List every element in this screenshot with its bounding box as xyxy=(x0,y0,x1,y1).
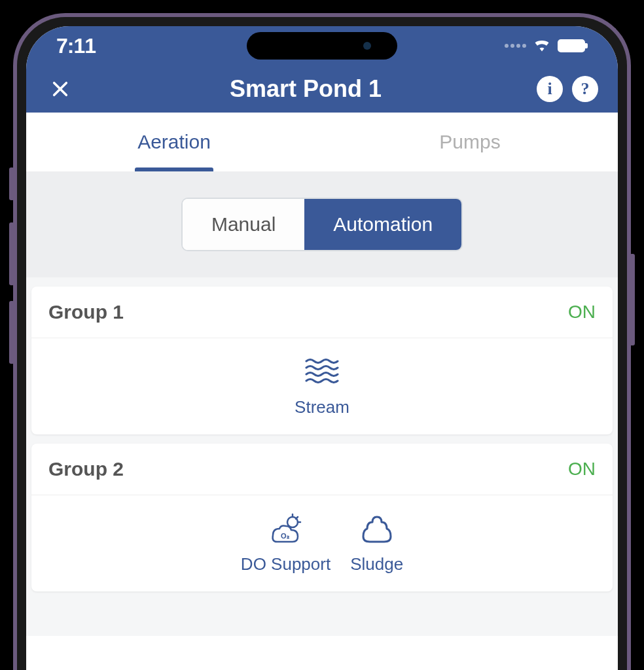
status-icons xyxy=(505,37,585,54)
group-status: ON xyxy=(568,459,596,480)
phone-frame: 7:11 Smart Pond 1 i ? xyxy=(13,13,631,670)
content-area: Aeration Pumps Manual Automation Group 1… xyxy=(26,113,618,636)
info-button[interactable]: i xyxy=(537,76,563,102)
mode-section: Manual Automation xyxy=(26,171,618,277)
app-header: Smart Pond 1 i ? xyxy=(26,65,618,113)
group-body: Stream xyxy=(31,338,613,434)
tab-label: Aeration xyxy=(137,131,211,153)
do-support-icon: O₂ xyxy=(266,511,306,548)
sludge-icon xyxy=(357,511,397,548)
status-time: 7:11 xyxy=(56,34,96,58)
automation-mode-button[interactable]: Automation xyxy=(304,199,461,250)
phone-screen: 7:11 Smart Pond 1 i ? xyxy=(26,26,618,670)
feature-stream[interactable]: Stream xyxy=(295,354,349,417)
feature-label: Stream xyxy=(295,397,349,417)
group-card[interactable]: Group 1 ON Stream xyxy=(31,287,613,434)
feature-do-support[interactable]: O₂ DO Support xyxy=(241,511,331,574)
help-button[interactable]: ? xyxy=(572,76,598,102)
camera-dot xyxy=(363,42,371,50)
group-card[interactable]: Group 2 ON O₂ xyxy=(31,444,613,591)
tabs: Aeration Pumps xyxy=(26,113,618,171)
manual-mode-button[interactable]: Manual xyxy=(183,199,304,250)
svg-text:O₂: O₂ xyxy=(281,532,289,540)
group-name: Group 2 xyxy=(48,458,124,480)
tab-pumps[interactable]: Pumps xyxy=(322,113,618,171)
waves-icon xyxy=(302,354,342,391)
group-status: ON xyxy=(568,302,596,323)
wifi-icon xyxy=(533,37,551,54)
feature-label: Sludge xyxy=(350,554,403,574)
group-header: Group 1 ON xyxy=(31,287,613,338)
status-bar: 7:11 xyxy=(26,26,618,65)
signal-icon xyxy=(505,44,526,48)
feature-sludge[interactable]: Sludge xyxy=(350,511,403,574)
mode-toggle: Manual Automation xyxy=(181,198,463,251)
tab-aeration[interactable]: Aeration xyxy=(26,113,322,171)
group-name: Group 1 xyxy=(48,301,124,323)
battery-icon xyxy=(558,39,585,52)
group-header: Group 2 ON xyxy=(31,444,613,495)
page-title: Smart Pond 1 xyxy=(230,75,382,103)
feature-label: DO Support xyxy=(241,554,331,574)
notch xyxy=(247,32,397,60)
group-body: O₂ DO Support Sludge xyxy=(31,495,613,591)
svg-line-5 xyxy=(296,517,298,519)
close-button[interactable] xyxy=(46,80,75,98)
tab-label: Pumps xyxy=(439,131,500,153)
header-actions: i ? xyxy=(537,76,598,102)
